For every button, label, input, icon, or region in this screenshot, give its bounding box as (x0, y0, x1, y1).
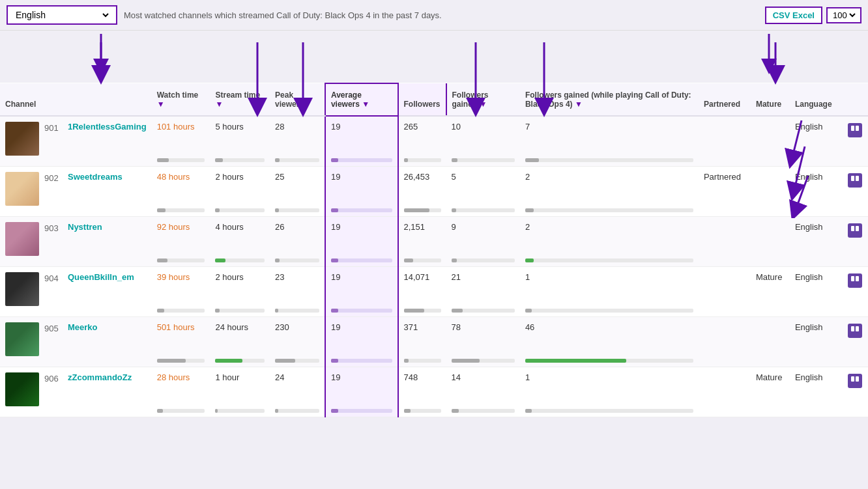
cell-mature (751, 217, 790, 267)
avatar (5, 172, 39, 206)
cell-channel: 903 Nysttren (0, 217, 152, 267)
followers-gained-value: 21 (452, 272, 461, 282)
twitch-link-button[interactable] (848, 330, 862, 340)
cell-twitch-link (842, 367, 868, 417)
twitch-icon (848, 273, 862, 288)
table-body: 901 1RelentlessGaming 101 hours 5 hours … (0, 116, 868, 417)
twitch-link-button[interactable] (848, 380, 862, 390)
col-header-peak-viewers[interactable]: Peak viewers (270, 83, 325, 116)
stream-time-value: 1 hour (215, 372, 239, 382)
cell-watch-time: 39 hours (152, 267, 210, 317)
peak-viewers-value: 26 (275, 222, 284, 232)
count-select[interactable]: 10 25 50 100 200 (830, 10, 858, 21)
cell-peak-viewers: 24 (270, 367, 325, 417)
cell-partnered (699, 317, 751, 367)
channels-table: Channel Watch time ▼ Stream time ▼ Peak … (0, 83, 868, 417)
channel-link[interactable]: Meerko (68, 322, 98, 332)
cell-partnered: Partnered (699, 167, 751, 217)
language-value: English (795, 322, 823, 332)
cell-twitch-link (842, 217, 868, 267)
cell-twitch-link (842, 116, 868, 167)
avg-viewers-value: 19 (331, 322, 340, 332)
avatar (5, 222, 39, 256)
cell-watch-time: 501 hours (152, 317, 210, 367)
followers-gained-value: 9 (452, 222, 456, 232)
sort-arrow-fg: ▼ (480, 100, 487, 109)
twitch-icon (848, 374, 862, 388)
stream-time-value: 2 hours (215, 272, 243, 282)
col-header-followers-gained-playing[interactable]: Followers gained (while playing Call of … (520, 83, 699, 116)
cell-followers: 14,071 (398, 267, 446, 317)
language-value: English (795, 222, 823, 232)
cell-avg-viewers: 19 (325, 317, 398, 367)
cell-stream-time: 24 hours (210, 317, 270, 367)
watch-time-value: 501 hours (157, 322, 195, 332)
cell-followers-gained-playing: 1 (520, 367, 699, 417)
peak-viewers-value: 28 (275, 122, 284, 132)
cell-mature: Mature (751, 367, 790, 417)
channel-link[interactable]: zZcommandoZz (68, 372, 132, 382)
col-header-followers[interactable]: Followers (398, 83, 446, 116)
cell-followers-gained-playing: 46 (520, 317, 699, 367)
channel-link[interactable]: 1RelentlessGaming (68, 122, 147, 132)
cell-followers-gained-playing: 2 (520, 167, 699, 217)
stream-time-value: 24 hours (215, 322, 248, 332)
cell-avg-viewers: 19 (325, 367, 398, 417)
peak-viewers-value: 24 (275, 372, 284, 382)
watch-time-value: 92 hours (157, 222, 190, 232)
language-selector-wrap[interactable]: English French German Spanish (7, 5, 117, 25)
table-row: 905 Meerko 501 hours 24 hours 230 19 371… (0, 317, 868, 367)
language-select[interactable]: English French German Spanish (13, 9, 111, 21)
cell-followers-gained: 5 (446, 167, 520, 217)
twitch-link-button[interactable] (848, 180, 862, 189)
cell-partnered (699, 116, 751, 167)
cell-mature: Mature (751, 267, 790, 317)
col-header-stream-time[interactable]: Stream time ▼ (210, 83, 270, 116)
peak-viewers-value: 23 (275, 272, 284, 282)
col-header-partnered[interactable]: Partnered (699, 83, 751, 116)
twitch-icon (848, 223, 862, 238)
col-header-followers-gained[interactable]: Followers gained ▼ (446, 83, 520, 116)
cell-avg-viewers: 19 (325, 217, 398, 267)
sort-arrow-fgp: ▼ (575, 100, 583, 109)
stream-time-value: 2 hours (215, 172, 243, 182)
count-selector-wrap[interactable]: 10 25 50 100 200 (826, 7, 861, 23)
col-header-avg-viewers[interactable]: Average viewers ▼ (325, 83, 398, 116)
rank-number: 904 (44, 272, 63, 283)
watch-time-value: 28 hours (157, 372, 190, 382)
table-row: 906 zZcommandoZz 28 hours 1 hour 24 19 7… (0, 367, 868, 417)
cell-channel: 906 zZcommandoZz (0, 367, 152, 417)
watch-time-value: 39 hours (157, 272, 190, 282)
rank-number: 905 (44, 322, 63, 333)
cell-language: English (790, 217, 842, 267)
followers-gained-playing-value: 2 (525, 172, 530, 182)
rank-number: 901 (44, 122, 63, 133)
cell-stream-time: 2 hours (210, 167, 270, 217)
cell-language: English (790, 167, 842, 217)
col-header-channel[interactable]: Channel (0, 83, 152, 116)
language-value: English (795, 172, 823, 182)
followers-value: 26,453 (404, 172, 430, 182)
mature-value: Mature (756, 272, 782, 282)
channel-link[interactable]: Nysttren (68, 222, 102, 232)
csv-excel-button[interactable]: CSV Excel (765, 7, 822, 24)
watch-time-value: 101 hours (157, 122, 195, 132)
cell-peak-viewers: 23 (270, 267, 325, 317)
channel-link[interactable]: QueenBkilln_em (68, 272, 134, 282)
followers-value: 14,071 (404, 272, 430, 282)
col-header-language[interactable]: Language (790, 83, 842, 116)
twitch-link-button[interactable] (848, 230, 862, 240)
col-header-watch-time[interactable]: Watch time ▼ (152, 83, 210, 116)
followers-gained-value: 10 (452, 122, 461, 132)
cell-mature (751, 167, 790, 217)
partnered-value: Partnered (704, 172, 741, 182)
cell-mature (751, 317, 790, 367)
twitch-link-button[interactable] (848, 130, 862, 139)
twitch-link-button[interactable] (848, 280, 862, 290)
rank-number: 902 (44, 172, 63, 183)
cell-followers-gained-playing: 1 (520, 267, 699, 317)
channel-link[interactable]: Sweetdreams (68, 172, 123, 182)
cell-mature (751, 116, 790, 167)
col-header-mature[interactable]: Mature (751, 83, 790, 116)
language-value: English (795, 272, 823, 282)
